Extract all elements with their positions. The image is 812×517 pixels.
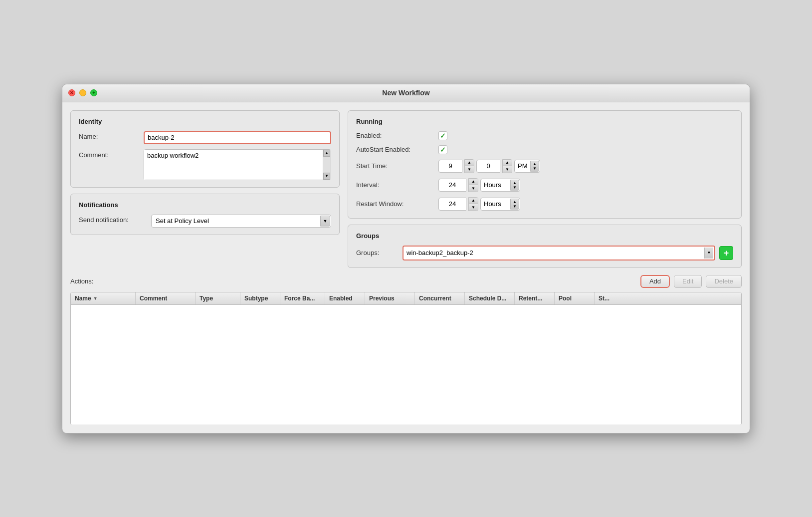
- groups-label: Groups:: [356, 249, 399, 257]
- restart-window-spinner: ▲ ▼: [468, 197, 478, 211]
- restart-window-up-button[interactable]: ▲: [469, 198, 478, 204]
- groups-select[interactable]: win-backup2_backup-2: [404, 247, 714, 259]
- name-row: Name:: [79, 131, 331, 144]
- ampm-select-wrapper: PM AM ▲▼: [514, 160, 540, 173]
- enabled-checkmark-icon: ✓: [440, 132, 446, 140]
- th-comment: Comment: [136, 292, 196, 304]
- identity-section: Identity Name: Comment: backup workflow2…: [70, 110, 340, 188]
- start-hour-spinner: ▲ ▼: [464, 159, 474, 173]
- start-time-group: ▲ ▼ ▲ ▼ PM AM: [438, 159, 540, 173]
- name-input[interactable]: [144, 131, 331, 144]
- start-minute-spinner: ▲ ▼: [502, 159, 512, 173]
- start-minute-up-button[interactable]: ▲: [503, 160, 512, 166]
- interval-unit-select[interactable]: Hours Minutes Days: [480, 179, 520, 192]
- th-type: Type: [196, 292, 240, 304]
- th-retention: Retent...: [515, 292, 555, 304]
- restart-unit-select[interactable]: Hours Minutes Days: [480, 198, 520, 211]
- th-concurrent: Concurrent: [415, 292, 465, 304]
- add-button[interactable]: Add: [640, 275, 670, 288]
- send-notification-row: Send notification: Set at Policy Level A…: [79, 215, 331, 228]
- actions-table: Name ▼ Comment Type Subtype Force Ba... …: [70, 292, 742, 425]
- restart-window-input[interactable]: [438, 198, 466, 211]
- edit-button[interactable]: Edit: [674, 275, 702, 288]
- restart-window-row: Restart Window: ▲ ▼ Hours Minutes: [356, 197, 733, 211]
- actions-bar: Actions: Add Edit Delete: [70, 275, 742, 288]
- running-section: Running Enabled: ✓ AutoStart Enabled: ✓: [348, 110, 742, 219]
- start-time-label: Start Time:: [356, 162, 438, 170]
- interval-unit-wrapper: Hours Minutes Days ▲▼: [480, 179, 520, 192]
- restart-window-down-button[interactable]: ▼: [469, 204, 478, 211]
- title-bar: ✕ + New Workflow: [62, 84, 750, 102]
- interval-label: Interval:: [356, 181, 438, 189]
- interval-spinner: ▲ ▼: [468, 178, 478, 192]
- notifications-section: Notifications Send notification: Set at …: [70, 194, 340, 235]
- sort-arrow-icon: ▼: [93, 296, 98, 301]
- table-header: Name ▼ Comment Type Subtype Force Ba... …: [71, 292, 741, 305]
- enabled-label: Enabled:: [356, 132, 438, 139]
- restart-window-label: Restart Window:: [356, 200, 438, 208]
- maximize-button[interactable]: +: [90, 89, 97, 96]
- start-hour-up-button[interactable]: ▲: [465, 160, 474, 166]
- comment-row: Comment: backup workflow2 ▲ ▼: [79, 149, 331, 180]
- th-enabled: Enabled: [325, 292, 365, 304]
- th-subtype: Subtype: [240, 292, 280, 304]
- comment-label: Comment:: [79, 149, 144, 159]
- autostart-checkbox[interactable]: ✓: [438, 145, 447, 154]
- interval-up-button[interactable]: ▲: [469, 179, 478, 185]
- restart-unit-wrapper: Hours Minutes Days ▲▼: [480, 198, 520, 211]
- th-previous: Previous: [365, 292, 415, 304]
- autostart-row: AutoStart Enabled: ✓: [356, 145, 733, 154]
- identity-title: Identity: [79, 118, 331, 125]
- th-force-backup: Force Ba...: [280, 292, 325, 304]
- restart-window-group: ▲ ▼ Hours Minutes Days ▲▼: [438, 197, 520, 211]
- interval-group: ▲ ▼ Hours Minutes Days ▲▼: [438, 178, 520, 192]
- main-window: ✕ + New Workflow Identity Name: Comment:: [62, 84, 750, 434]
- top-row: Identity Name: Comment: backup workflow2…: [70, 110, 742, 268]
- interval-down-button[interactable]: ▼: [469, 185, 478, 192]
- interval-input[interactable]: [438, 179, 466, 192]
- window-title: New Workflow: [382, 89, 429, 97]
- left-column: Identity Name: Comment: backup workflow2…: [70, 110, 340, 268]
- start-time-row: Start Time: ▲ ▼ ▲ ▼: [356, 159, 733, 173]
- groups-section: Groups Groups: win-backup2_backup-2 ▼ +: [348, 225, 742, 268]
- th-schedule-d: Schedule D...: [465, 292, 515, 304]
- groups-select-wrapper: win-backup2_backup-2 ▼: [403, 246, 715, 260]
- name-label: Name:: [79, 131, 144, 140]
- window-content: Identity Name: Comment: backup workflow2…: [62, 102, 750, 433]
- scroll-up-icon[interactable]: ▲: [323, 150, 330, 157]
- scroll-down-icon[interactable]: ▼: [323, 173, 330, 180]
- th-st: St...: [595, 292, 741, 304]
- groups-row: Groups: win-backup2_backup-2 ▼ +: [356, 246, 733, 260]
- notification-select[interactable]: Set at Policy Level Always Never On Fail…: [151, 215, 331, 228]
- running-title: Running: [356, 118, 733, 125]
- notifications-title: Notifications: [79, 201, 331, 209]
- window-controls: ✕ +: [68, 89, 97, 96]
- right-column: Running Enabled: ✓ AutoStart Enabled: ✓: [348, 110, 742, 268]
- autostart-label: AutoStart Enabled:: [356, 146, 438, 153]
- start-minute-down-button[interactable]: ▼: [503, 166, 512, 173]
- minimize-button[interactable]: [79, 89, 86, 96]
- enabled-row: Enabled: ✓: [356, 131, 733, 140]
- interval-row: Interval: ▲ ▼ Hours Minutes: [356, 178, 733, 192]
- th-name: Name ▼: [71, 292, 136, 304]
- comment-textarea[interactable]: backup workflow2: [144, 150, 323, 180]
- autostart-checkmark-icon: ✓: [440, 146, 446, 154]
- enabled-checkbox[interactable]: ✓: [438, 131, 447, 140]
- table-body: [71, 305, 741, 425]
- send-notification-label: Send notification:: [79, 215, 151, 224]
- actions-label: Actions:: [70, 277, 636, 285]
- notification-select-wrapper: Set at Policy Level Always Never On Fail…: [151, 215, 331, 228]
- start-hour-down-button[interactable]: ▼: [465, 166, 474, 173]
- th-pool: Pool: [555, 292, 595, 304]
- ampm-select[interactable]: PM AM: [514, 160, 540, 173]
- groups-title: Groups: [356, 232, 733, 240]
- add-group-button[interactable]: +: [719, 246, 733, 260]
- start-hour-input[interactable]: [438, 160, 462, 173]
- start-minute-input[interactable]: [476, 160, 500, 173]
- close-button[interactable]: ✕: [68, 89, 75, 96]
- delete-button[interactable]: Delete: [706, 275, 742, 288]
